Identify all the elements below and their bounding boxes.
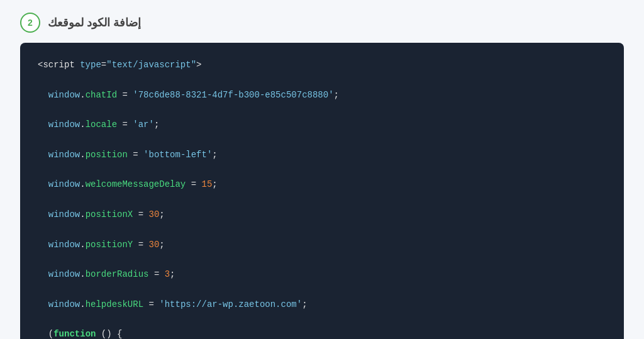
code-line-3: window.locale = 'ar'; [38,118,606,133]
code-block: <script type="text/javascript"> window.c… [20,43,624,339]
code-line-8: window.borderRadius = 3; [38,267,606,282]
section-header: إضافة الكود لموقعك 2 [20,13,624,33]
code-line-6: window.positionX = 30; [38,208,606,223]
main-container: إضافة الكود لموقعك 2 <script type="text/… [20,0,624,339]
code-line-9: window.helpdeskURL = 'https://ar-wp.zaet… [38,297,606,313]
section-title: إضافة الكود لموقعك [48,16,141,30]
code-line-10: (function () { [38,327,606,339]
code-line-7: window.positionY = 30; [38,238,606,253]
code-line-2: window.chatId = '78c6de88-8321-4d7f-b300… [38,88,606,103]
step-badge: 2 [20,13,40,33]
code-line-5: window.welcomeMessageDelay = 15; [38,177,606,192]
code-line-4: window.position = 'bottom-left'; [38,148,606,163]
code-line-1: <script type="text/javascript"> [38,58,606,73]
code-pre: <script type="text/javascript"> window.c… [38,58,606,339]
